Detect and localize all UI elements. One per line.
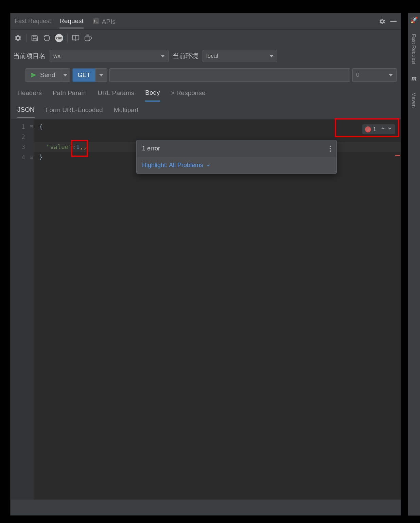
fold-icon[interactable]: ⊟ xyxy=(30,152,33,162)
status-code: 0 xyxy=(356,72,359,78)
error-stripe-mark[interactable] xyxy=(395,155,400,156)
minimize-button[interactable] xyxy=(390,21,397,22)
tab-apis-label: APIs xyxy=(102,18,116,25)
tooltip-header: 1 error xyxy=(137,140,336,157)
right-tool-strip: 🚀 Fast Request m Maven xyxy=(408,13,420,516)
subtab-form-url-encoded[interactable]: Form URL-Encoded xyxy=(46,103,103,117)
tab-url-params[interactable]: URL Params xyxy=(98,85,134,101)
tab-body[interactable]: Body xyxy=(145,85,160,102)
url-input[interactable] xyxy=(109,68,350,82)
tab-headers[interactable]: Headers xyxy=(17,85,42,101)
send-label: Send xyxy=(40,71,55,79)
fold-icon[interactable]: ⊟ xyxy=(30,122,33,132)
top-tabs: Request APIs xyxy=(59,14,378,29)
toolbar: curl xyxy=(11,30,401,47)
send-button[interactable]: Send xyxy=(25,68,60,82)
chevron-down-icon xyxy=(63,74,67,76)
refresh-icon[interactable] xyxy=(43,34,51,42)
subtab-multipart[interactable]: Multipart xyxy=(114,103,139,117)
coffee-icon[interactable] xyxy=(84,34,92,42)
kebab-menu-icon[interactable] xyxy=(330,146,331,152)
project-label: 当前项目名 xyxy=(13,52,46,60)
gear-icon[interactable] xyxy=(14,34,22,42)
svg-rect-0 xyxy=(93,18,99,24)
env-label: 当前环境 xyxy=(173,52,198,60)
tab-apis[interactable]: APIs xyxy=(93,14,116,29)
env-value: local xyxy=(206,53,218,59)
method-value: GET xyxy=(77,72,90,79)
chevron-down-icon xyxy=(161,55,165,57)
subtab-json[interactable]: JSON xyxy=(17,103,35,118)
line-gutter: 1 2 3 4 xyxy=(11,120,34,500)
book-icon[interactable] xyxy=(72,34,80,42)
rocket-icon[interactable]: 🚀 xyxy=(410,16,418,24)
maven-icon[interactable]: m xyxy=(412,74,417,82)
tool-window-title: Fast Request: xyxy=(15,18,53,25)
tool-window-header: Fast Request: Request APIs xyxy=(11,13,401,30)
chevron-down-icon xyxy=(389,74,393,76)
tab-path-param[interactable]: Path Param xyxy=(53,85,87,101)
body-subtabs: JSON Form URL-Encoded Multipart xyxy=(11,102,401,119)
sidebar-maven[interactable]: Maven xyxy=(411,92,417,108)
separator xyxy=(67,34,68,42)
http-method-dropdown[interactable]: GET xyxy=(72,68,95,82)
tab-request[interactable]: Request xyxy=(59,14,84,29)
curl-icon[interactable]: curl xyxy=(55,34,63,42)
chevron-down-icon xyxy=(99,74,103,76)
annotation-box-error-badge xyxy=(335,118,399,137)
tab-response[interactable]: > Response xyxy=(171,85,206,101)
json-editor[interactable]: 1 2 3 4 ⊟ ⊟ { "value":1,, } ! 1 xyxy=(11,119,401,500)
send-dropdown-arrow[interactable] xyxy=(60,68,70,82)
annotation-box-error-chars xyxy=(71,140,88,157)
sidebar-fast-request[interactable]: Fast Request xyxy=(411,34,417,64)
fast-request-panel: Fast Request: Request APIs xyxy=(10,13,401,516)
highlight-level-link[interactable]: Highlight: All Problems xyxy=(137,157,336,174)
tooltip-title: 1 error xyxy=(142,145,160,152)
inspection-tooltip: 1 error Highlight: All Problems xyxy=(136,140,337,174)
request-tabs: Headers Path Param URL Params Body > Res… xyxy=(11,85,401,102)
project-value: wx xyxy=(53,53,60,59)
status-dropdown[interactable]: 0 xyxy=(352,68,397,82)
save-icon[interactable] xyxy=(31,34,39,42)
highlight-label: Highlight: All Problems xyxy=(142,162,203,169)
chevron-down-icon xyxy=(269,55,274,57)
separator xyxy=(26,34,27,42)
send-row: Send GET 0 xyxy=(11,66,401,85)
method-dropdown-arrow[interactable] xyxy=(95,68,107,82)
env-dropdown[interactable]: local xyxy=(203,50,277,62)
send-icon xyxy=(31,72,37,78)
settings-icon[interactable] xyxy=(378,17,386,25)
chevron-down-icon xyxy=(206,163,211,168)
fold-gutter: ⊟ ⊟ xyxy=(30,122,33,162)
project-env-row: 当前项目名 wx 当前环境 local xyxy=(11,47,401,66)
project-dropdown[interactable]: wx xyxy=(50,50,169,62)
terminal-icon xyxy=(93,18,99,25)
